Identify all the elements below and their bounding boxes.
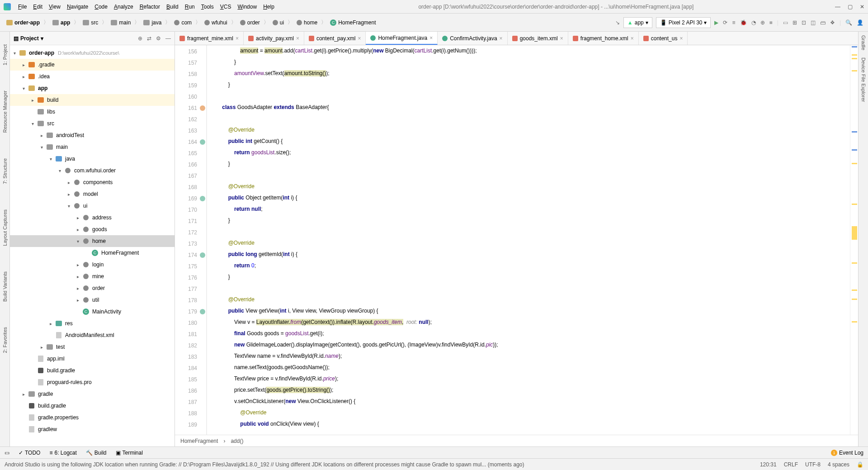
tree-item[interactable]: build.gradle: [10, 400, 175, 412]
breadcrumb-item[interactable]: wfuhui: [203, 19, 229, 27]
crumb[interactable]: HomeFragment: [180, 438, 218, 444]
menu-tools[interactable]: Tools: [198, 2, 217, 12]
breadcrumb-item[interactable]: java: [142, 19, 163, 27]
tree-item[interactable]: ▾home: [10, 235, 175, 247]
lock-icon[interactable]: 🔒: [857, 461, 863, 468]
tree-item[interactable]: CHomeFragment: [10, 247, 175, 259]
breadcrumb-item[interactable]: order-app: [5, 19, 42, 27]
editor-tab[interactable]: ConfirmActivity.java×: [438, 32, 507, 45]
editor-tab[interactable]: fragment_mine.xml×: [175, 32, 244, 45]
error-stripe[interactable]: [850, 45, 858, 435]
editor-tab[interactable]: goods_item.xml×: [508, 32, 568, 45]
tree-item[interactable]: ▸order: [10, 282, 175, 294]
tree-item[interactable]: ▸.gradle: [10, 59, 175, 71]
tree-item[interactable]: ▾com.wfuhui.order: [10, 165, 175, 176]
run-icon[interactable]: ▶: [714, 19, 718, 26]
expand-icon[interactable]: ⇄: [147, 35, 151, 42]
menu-file[interactable]: File: [15, 2, 29, 12]
menu-help[interactable]: Help: [260, 2, 277, 12]
tree-item[interactable]: ▾ui: [10, 200, 175, 212]
breadcrumb-item[interactable]: home: [295, 19, 319, 27]
breadcrumb-item[interactable]: ui: [271, 19, 286, 27]
breadcrumb-item[interactable]: CHomeFragment: [328, 19, 377, 27]
side-tab[interactable]: Device File Explorer: [860, 54, 867, 105]
event-log-tool[interactable]: 1 Event Log: [831, 450, 863, 456]
close-tab-icon[interactable]: ×: [560, 35, 563, 42]
search-icon[interactable]: 🔍: [845, 19, 852, 26]
tree-item[interactable]: ▸util: [10, 294, 175, 306]
apply-changes-icon[interactable]: ⟳: [723, 19, 727, 26]
side-tab[interactable]: Gradle: [860, 32, 867, 54]
target-icon[interactable]: ⊕: [138, 35, 142, 42]
code[interactable]: amount = amount.add(cartList.get(i).getP…: [207, 45, 850, 435]
sdk-icon[interactable]: ⊞: [793, 19, 797, 26]
side-tab[interactable]: Build Variants: [1, 268, 9, 305]
attach-debugger-icon[interactable]: ⊕: [760, 19, 765, 26]
menu-code[interactable]: Code: [92, 2, 110, 12]
avd-icon[interactable]: ▭: [783, 19, 788, 26]
editor-tab[interactable]: activity_pay.xml×: [244, 32, 304, 45]
caret-position[interactable]: 120:31: [760, 461, 777, 468]
side-tab[interactable]: Layout Captures: [1, 206, 9, 250]
panel-title[interactable]: ▤ Project ▾: [14, 35, 138, 42]
stop-icon[interactable]: ■: [769, 19, 773, 26]
tree-item[interactable]: gradle.properties: [10, 412, 175, 423]
tree-root[interactable]: ▾ order-app D:\work\wfuhui2022\course\: [10, 47, 175, 59]
editor-tab[interactable]: fragment_home.xml×: [568, 32, 639, 45]
close-tab-icon[interactable]: ×: [236, 35, 239, 42]
logcat-tool[interactable]: ≡ 6: Logcat: [49, 450, 76, 456]
maximize-icon[interactable]: ▢: [848, 4, 853, 10]
side-tab[interactable]: 2: Favorites: [1, 323, 9, 356]
side-tab[interactable]: 1: Project: [1, 41, 9, 69]
close-icon[interactable]: ✕: [860, 4, 864, 10]
menu-run[interactable]: Run: [182, 2, 198, 12]
hide-icon[interactable]: —: [165, 35, 171, 42]
editor-tab[interactable]: content_pay.xml×: [304, 32, 366, 45]
module-selector[interactable]: ▲ app ▾: [623, 17, 652, 28]
tree-item[interactable]: ▾src: [10, 118, 175, 129]
menu-refactor[interactable]: Refactor: [137, 2, 163, 12]
todo-tool[interactable]: ✓ TODO: [19, 450, 40, 456]
tree-item[interactable]: ▾java: [10, 153, 175, 165]
menu-view[interactable]: View: [46, 2, 63, 12]
breadcrumb-item[interactable]: main: [109, 19, 132, 27]
tree-item[interactable]: proguard-rules.pro: [10, 376, 175, 388]
tree-item[interactable]: AndroidManifest.xml: [10, 329, 175, 341]
menu-vcs[interactable]: VCS: [217, 2, 234, 12]
bottom-menu-icon[interactable]: ▭: [5, 450, 9, 456]
encoding[interactable]: UTF-8: [805, 461, 821, 468]
tree-item[interactable]: ▸res: [10, 318, 175, 329]
database-icon[interactable]: 🗃: [820, 19, 826, 26]
indent[interactable]: 4 spaces: [828, 461, 849, 468]
close-tab-icon[interactable]: ×: [429, 35, 433, 41]
tree-item[interactable]: ▸goods: [10, 223, 175, 235]
tree-item[interactable]: gradlew: [10, 423, 175, 435]
gear-icon[interactable]: ⚙: [156, 35, 161, 42]
structure-icon[interactable]: ❖: [830, 19, 835, 26]
sync-icon[interactable]: ↘: [615, 19, 620, 26]
tree-item[interactable]: ▸login: [10, 259, 175, 271]
close-tab-icon[interactable]: ×: [358, 35, 361, 42]
tree-item[interactable]: ▸model: [10, 188, 175, 200]
tree-item[interactable]: ▸address: [10, 212, 175, 223]
editor-tab[interactable]: HomeFragment.java×: [366, 32, 438, 45]
breadcrumb-item[interactable]: com: [172, 19, 193, 27]
menu-build[interactable]: Build: [164, 2, 181, 12]
breadcrumb-item[interactable]: app: [51, 19, 72, 27]
tree-item[interactable]: ▸gradle: [10, 388, 175, 400]
tree-item[interactable]: ▸mine: [10, 271, 175, 282]
tree-item[interactable]: ▸.idea: [10, 71, 175, 82]
menu-edit[interactable]: Edit: [30, 2, 45, 12]
resource-manager-icon[interactable]: ◫: [811, 19, 816, 26]
apply-code-icon[interactable]: ≡: [732, 19, 735, 26]
side-tab[interactable]: Resource Manager: [1, 87, 9, 137]
close-tab-icon[interactable]: ×: [500, 35, 503, 42]
tree-item[interactable]: ▸build: [10, 94, 175, 106]
tree-item[interactable]: CMainActivity: [10, 306, 175, 318]
tree-item[interactable]: build.gradle: [10, 365, 175, 376]
breadcrumb-item[interactable]: order: [238, 19, 262, 27]
tree-item[interactable]: ▾app: [10, 82, 175, 94]
tree-item[interactable]: ▾main: [10, 141, 175, 153]
status-message[interactable]: Android Studio is using the following JD…: [5, 461, 760, 468]
project-tree[interactable]: ▾ order-app D:\work\wfuhui2022\course\ ▸…: [10, 45, 175, 446]
